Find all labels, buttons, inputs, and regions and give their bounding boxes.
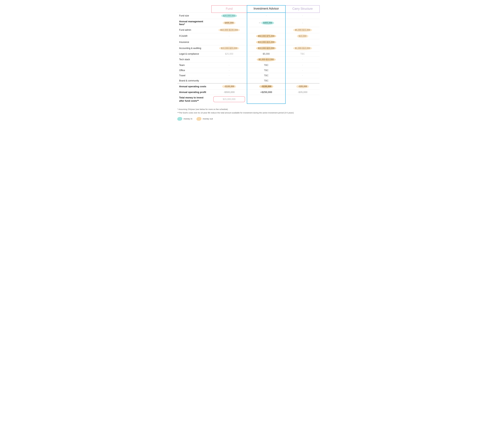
- fund-fca-ar: -: [212, 33, 247, 39]
- row-insurance: Insurance-$10,000-$15,000-: [177, 39, 320, 45]
- comparison-table: Fund Investment Advisor Carry Structure …: [177, 5, 320, 104]
- label-fund-size: Fund size: [177, 13, 212, 19]
- highlighted-value: $400,000: [261, 21, 274, 25]
- highlighted-value: $50,000-$100,000: [218, 28, 240, 32]
- header-row: Fund Investment Advisor Carry Structure: [177, 5, 320, 13]
- total-label: Total money to investafter fund costs**: [177, 95, 212, 104]
- dash-value: -: [229, 79, 230, 82]
- fund-fund-size: $20,000,000: [212, 13, 247, 19]
- carry-brand: -: [285, 78, 320, 83]
- advisor-brand: TBC: [247, 78, 285, 83]
- fund-team: -: [212, 63, 247, 68]
- label-team: Team: [177, 63, 212, 68]
- row-legal: Legal & compliance$25,000$5,000TBC: [177, 51, 320, 56]
- arrow-icon: →: [258, 21, 261, 24]
- advisor-management-fees: →$400,000: [247, 19, 285, 27]
- row-travel: Travel-TBC-: [177, 73, 320, 78]
- highlighted-value: $5,000-$10,000: [257, 58, 276, 61]
- fund-management-fees: $400,000: [212, 19, 247, 27]
- cell-value: +$250,000: [260, 91, 272, 94]
- legend-money-in-label: money in: [184, 118, 192, 120]
- dash-value: -: [229, 58, 230, 61]
- cell-value: TBC: [264, 69, 268, 72]
- advisor-accounting: $10,000-$20,000: [247, 45, 285, 51]
- total-advisor-cell: [247, 95, 285, 104]
- fund-annual-op-profit: -$500,000: [212, 89, 247, 95]
- label-insurance: Insurance: [177, 39, 212, 45]
- fund-fund-admin: $50,000-$100,000: [212, 27, 247, 33]
- row-fund-size: Fund size$20,000,000--: [177, 13, 320, 19]
- cell-value: TBC: [300, 53, 305, 55]
- footnote-2: **The fund's costs over its 10-year life…: [177, 111, 320, 114]
- dash-value: -: [229, 69, 230, 72]
- total-fund-cell: $15,000,000: [212, 95, 247, 104]
- footnotes: * Assuming 2%/year (see below for more o…: [177, 108, 320, 115]
- dash-value: -: [229, 74, 230, 77]
- dash-value: -: [302, 58, 303, 61]
- header-advisor: Investment Advisor: [247, 5, 285, 13]
- cell-value: -$500,000: [224, 91, 235, 94]
- carry-fund-admin: $5,000-$15,000: [285, 27, 320, 33]
- carry-fund-size: -: [285, 13, 320, 19]
- cell-value: TBC: [264, 79, 268, 82]
- dash-value: -: [229, 41, 230, 43]
- fund-accounting: $10,000-$20,000: [212, 45, 247, 51]
- advisor-insurance: $10,000-$15,000: [247, 39, 285, 45]
- dash-value: -: [302, 79, 303, 82]
- dash-value: -: [302, 14, 303, 17]
- row-management-fees: Annual management fees*$400,000→$400,000…: [177, 19, 320, 27]
- carry-travel: -: [285, 73, 320, 78]
- row-fund-admin: Fund admin$50,000-$100,000$5,000-$15,000: [177, 27, 320, 33]
- advisor-legal: $5,000: [247, 51, 285, 56]
- dash-value: -: [229, 35, 230, 37]
- carry-insurance: -: [285, 39, 320, 45]
- fund-travel: -: [212, 73, 247, 78]
- label-accounting: Accounting & auditing: [177, 45, 212, 51]
- legend-money-out-label: money out: [203, 118, 213, 120]
- cell-value: $5,000: [263, 53, 270, 55]
- label-legal: Legal & compliance: [177, 51, 212, 56]
- highlighted-value: $10,000-$15,000: [256, 40, 276, 44]
- carry-fca-ar: $10,000: [285, 33, 320, 39]
- row-accounting: Accounting & auditing$10,000-$20,000$10,…: [177, 45, 320, 51]
- fund-office: -: [212, 68, 247, 73]
- advisor-tech-stack: $5,000-$10,000: [247, 56, 285, 63]
- label-fca-ar: FCA/AR: [177, 33, 212, 39]
- highlighted-value: ~$150,000: [259, 85, 273, 88]
- header-fund: Fund: [212, 5, 247, 13]
- cell-value: TBC: [264, 74, 268, 77]
- cell-value: TBC: [264, 64, 268, 66]
- highlighted-value: $20,000,000: [221, 14, 237, 18]
- cell-value: -$35,000: [298, 91, 307, 94]
- advisor-office: TBC: [247, 68, 285, 73]
- dash-value: -: [302, 41, 303, 43]
- highlighted-value: $1,000-$10,000: [293, 47, 312, 50]
- carry-annual-op-profit: -$35,000: [285, 89, 320, 95]
- row-office: Office-TBC-: [177, 68, 320, 73]
- highlighted-value: $50,000-$75,000: [256, 34, 276, 38]
- label-travel: Travel: [177, 73, 212, 78]
- dash-value: -: [302, 69, 303, 72]
- advisor-travel: TBC: [247, 73, 285, 78]
- teal-blob-icon: [177, 117, 182, 121]
- carry-legal: TBC: [285, 51, 320, 56]
- orange-blob-icon: [197, 117, 202, 121]
- carry-accounting: $1,000-$10,000: [285, 45, 320, 51]
- row-brand: Brand & community-TBC-: [177, 78, 320, 83]
- fund-legal: $25,000: [212, 51, 247, 56]
- legend-money-in: money in: [177, 117, 192, 121]
- header-carry: Carry Structure: [285, 5, 320, 13]
- label-management-fees: Annual management fees*: [177, 19, 212, 27]
- highlighted-value: $10,000: [297, 34, 309, 38]
- carry-annual-op-costs: ~$35,000: [285, 83, 320, 90]
- dash-value: -: [266, 14, 267, 17]
- advisor-fund-size: -: [247, 13, 285, 19]
- highlighted-value: ~$100,000: [222, 85, 236, 88]
- label-annual-op-costs: Annual operating costs: [177, 83, 212, 90]
- label-annual-op-profit: Annual operating profit: [177, 89, 212, 95]
- fund-tech-stack: -: [212, 56, 247, 63]
- dash-value: -: [302, 74, 303, 77]
- cell-value: $25,000: [225, 53, 233, 55]
- advisor-fca-ar: $50,000-$75,000: [247, 33, 285, 39]
- row-team: Team-TBC-: [177, 63, 320, 68]
